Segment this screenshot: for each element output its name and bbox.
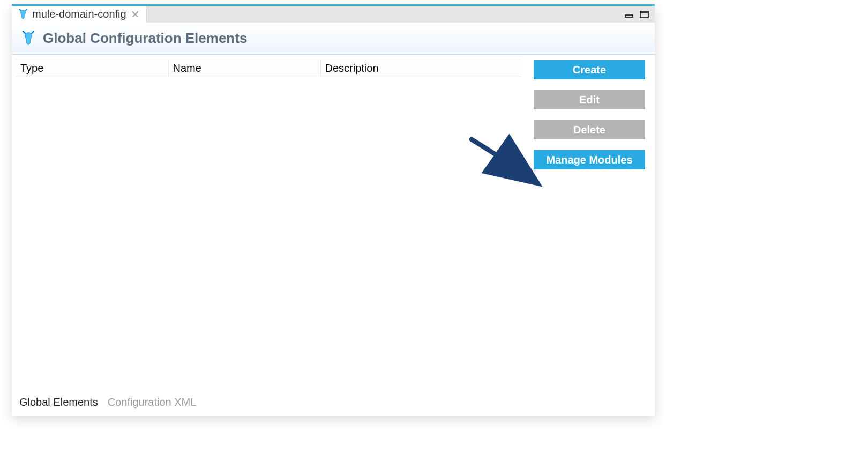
editor-tab-mule-domain-config[interactable]: mule-domain-config ✕ <box>12 6 147 23</box>
bottom-tab-global-elements[interactable]: Global Elements <box>19 396 98 409</box>
maximize-icon[interactable] <box>640 11 649 18</box>
column-header-name[interactable]: Name <box>168 60 320 77</box>
minimize-icon[interactable] <box>625 11 634 18</box>
column-header-description[interactable]: Description <box>320 60 522 77</box>
column-header-type[interactable]: Type <box>16 60 168 77</box>
tab-bar: mule-domain-config ✕ <box>12 4 655 23</box>
svg-rect-0 <box>625 15 633 17</box>
bottom-tabs: Global Elements Configuration XML <box>12 392 655 416</box>
configuration-table[interactable]: Type Name Description <box>16 60 522 392</box>
page-header: Global Configuration Elements <box>12 23 655 55</box>
window-controls <box>625 6 655 23</box>
manage-modules-button[interactable]: Manage Modules <box>534 150 645 169</box>
content-area: Global Configuration Elements Type Name … <box>12 23 655 416</box>
svg-rect-1 <box>640 11 648 18</box>
create-button[interactable]: Create <box>534 60 645 79</box>
mule-icon <box>20 31 36 47</box>
edit-button: Edit <box>534 90 645 109</box>
close-tab-icon[interactable]: ✕ <box>130 9 141 20</box>
delete-button: Delete <box>534 120 645 139</box>
editor-panel: mule-domain-config ✕ <box>12 4 655 416</box>
page-title: Global Configuration Elements <box>43 30 247 47</box>
button-panel: Create Edit Delete Manage Modules <box>534 60 650 392</box>
bottom-tab-configuration-xml[interactable]: Configuration XML <box>108 396 197 409</box>
mule-icon <box>17 9 29 20</box>
tab-label: mule-domain-config <box>32 8 126 20</box>
main-body: Type Name Description Create Edit Delete… <box>12 55 655 392</box>
